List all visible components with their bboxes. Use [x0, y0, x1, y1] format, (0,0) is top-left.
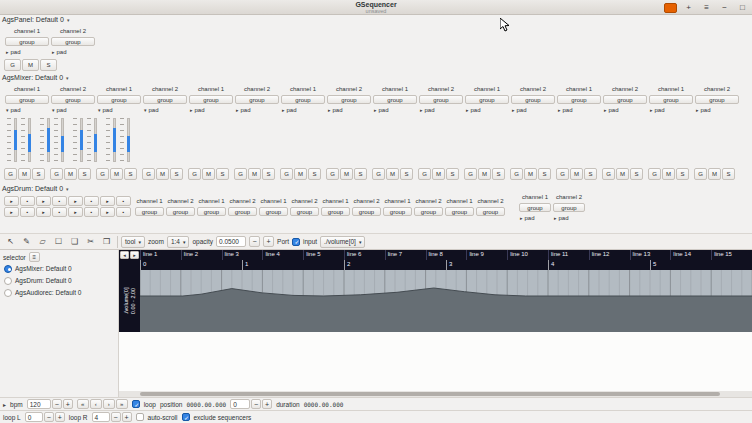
timeline-line-header[interactable]: line 13: [630, 250, 671, 260]
solo-toggle-button[interactable]: S: [584, 168, 597, 180]
drum-matrix-button[interactable]: ▸: [100, 207, 115, 217]
pad-expander[interactable]: ▾ pad: [51, 105, 95, 114]
group-button[interactable]: group: [553, 203, 585, 212]
group-button[interactable]: group: [419, 95, 463, 104]
loop-left-increment-button[interactable]: +: [55, 412, 65, 422]
pad-expander[interactable]: ▾ pad: [97, 105, 141, 114]
maximize-button[interactable]: □: [736, 2, 749, 13]
mute-toggle-button[interactable]: M: [386, 168, 399, 180]
drum-matrix-button[interactable]: ▪: [20, 196, 35, 206]
timeline-line-header[interactable]: line 5: [303, 250, 344, 260]
group-button[interactable]: group: [445, 207, 474, 216]
mute-toggle-button[interactable]: M: [478, 168, 491, 180]
pad-expander[interactable]: ▸ pad: [465, 105, 509, 114]
group-button[interactable]: group: [327, 95, 371, 104]
group-button[interactable]: group: [695, 95, 739, 104]
solo-toggle-button[interactable]: S: [538, 168, 551, 180]
input-checkbox[interactable]: [292, 238, 300, 246]
alert-button[interactable]: [664, 3, 677, 13]
pad-expander[interactable]: ▸ pad: [189, 105, 233, 114]
group-button[interactable]: group: [5, 37, 49, 46]
timeline-line-header[interactable]: line 15: [711, 250, 752, 260]
group-button[interactable]: group: [352, 207, 381, 216]
mixer-machine-header[interactable]: AgsMixer: Default 0 ▾: [2, 74, 69, 81]
select-tool-button[interactable]: ☐: [51, 235, 66, 248]
solo-toggle-button[interactable]: S: [308, 168, 321, 180]
volume-slider[interactable]: [6, 116, 18, 164]
timeline-line-header[interactable]: line 10: [507, 250, 548, 260]
pad-expander[interactable]: ▸ pad: [603, 105, 647, 114]
solo-toggle-button[interactable]: S: [124, 168, 137, 180]
group-button[interactable]: group: [235, 95, 279, 104]
group-button[interactable]: group: [373, 95, 417, 104]
group-toggle-button[interactable]: G: [96, 168, 109, 180]
bpm-value[interactable]: 120: [27, 399, 51, 409]
solo-toggle-button[interactable]: S: [262, 168, 275, 180]
group-button[interactable]: group: [281, 95, 325, 104]
group-button[interactable]: group: [197, 207, 226, 216]
pad-expander[interactable]: ▸ pad: [327, 105, 371, 114]
auto-scroll-checkbox[interactable]: [136, 413, 144, 421]
group-button[interactable]: group: [5, 95, 49, 104]
tool-menu-button[interactable]: tool ▾: [121, 236, 145, 248]
radio-button[interactable]: [4, 277, 12, 285]
drum-matrix-button[interactable]: ▸: [36, 196, 51, 206]
group-toggle-button[interactable]: G: [602, 168, 615, 180]
selector-menu-button[interactable]: ≡: [29, 252, 40, 262]
position-decrement-button[interactable]: −: [251, 399, 261, 409]
position-tool-button[interactable]: ↖: [3, 235, 18, 248]
editor-empty-area[interactable]: [119, 332, 752, 391]
pad-expander[interactable]: ▾ pad: [143, 105, 187, 114]
loop-right-decrement-button[interactable]: −: [111, 412, 121, 422]
pad-expander[interactable]: ▸ pad: [557, 105, 601, 114]
automation-canvas[interactable]: [140, 270, 752, 332]
radio-button[interactable]: [4, 289, 12, 297]
add-button[interactable]: +: [682, 2, 695, 13]
pad-expander[interactable]: ▸ pad: [553, 213, 585, 222]
group-button[interactable]: group: [97, 95, 141, 104]
mute-toggle-button[interactable]: M: [294, 168, 307, 180]
solo-toggle-button[interactable]: S: [170, 168, 183, 180]
navigation-expander-icon[interactable]: ▸: [3, 401, 6, 408]
selector-item[interactable]: AgsMixer: Default 0: [3, 263, 115, 274]
group-button[interactable]: group: [259, 207, 288, 216]
drum-matrix-button[interactable]: ▸: [4, 207, 19, 217]
timeline-line-header[interactable]: line 14: [670, 250, 711, 260]
pad-expander[interactable]: ▸ pad: [649, 105, 693, 114]
scroll-left-button[interactable]: ◂: [120, 251, 129, 259]
group-toggle-button[interactable]: G: [648, 168, 661, 180]
mute-toggle-button[interactable]: M: [18, 168, 31, 180]
loop-left-decrement-button[interactable]: −: [44, 412, 54, 422]
timeline-line-header[interactable]: line 3: [222, 250, 263, 260]
group-toggle-button[interactable]: G: [4, 168, 17, 180]
edit-tool-button[interactable]: ✎: [19, 235, 34, 248]
solo-toggle-button[interactable]: S: [78, 168, 91, 180]
pad-expander[interactable]: ▸ pad: [51, 47, 95, 56]
loop-right-increment-button[interactable]: +: [122, 412, 132, 422]
zoom-select[interactable]: 1:4 ▾: [167, 236, 190, 248]
group-toggle-button[interactable]: G: [510, 168, 523, 180]
timeline-line-header[interactable]: line 6: [344, 250, 385, 260]
drum-matrix-button[interactable]: ▪: [84, 207, 99, 217]
previous-button[interactable]: ‹: [90, 399, 102, 409]
opacity-input[interactable]: 0.0500: [216, 236, 246, 247]
group-button[interactable]: group: [51, 95, 95, 104]
group-button[interactable]: group: [51, 37, 95, 46]
position-increment-button[interactable]: +: [262, 399, 272, 409]
group-button[interactable]: group: [383, 207, 412, 216]
solo-toggle-button[interactable]: S: [32, 168, 45, 180]
group-toggle-button[interactable]: G: [372, 168, 385, 180]
clear-tool-button[interactable]: ▱: [35, 235, 50, 248]
timeline-line-header[interactable]: line 1: [140, 250, 181, 260]
group-toggle-button[interactable]: G: [464, 168, 477, 180]
timeline-line-header[interactable]: line 12: [589, 250, 630, 260]
group-toggle-button[interactable]: G: [326, 168, 339, 180]
group-button[interactable]: group: [519, 203, 551, 212]
minimize-button[interactable]: −: [718, 2, 731, 13]
mute-toggle-button[interactable]: M: [432, 168, 445, 180]
group-toggle-button[interactable]: G: [188, 168, 201, 180]
group-button[interactable]: group: [603, 95, 647, 104]
cut-button[interactable]: ✂: [83, 235, 98, 248]
group-button[interactable]: group: [321, 207, 350, 216]
group-button[interactable]: group: [414, 207, 443, 216]
